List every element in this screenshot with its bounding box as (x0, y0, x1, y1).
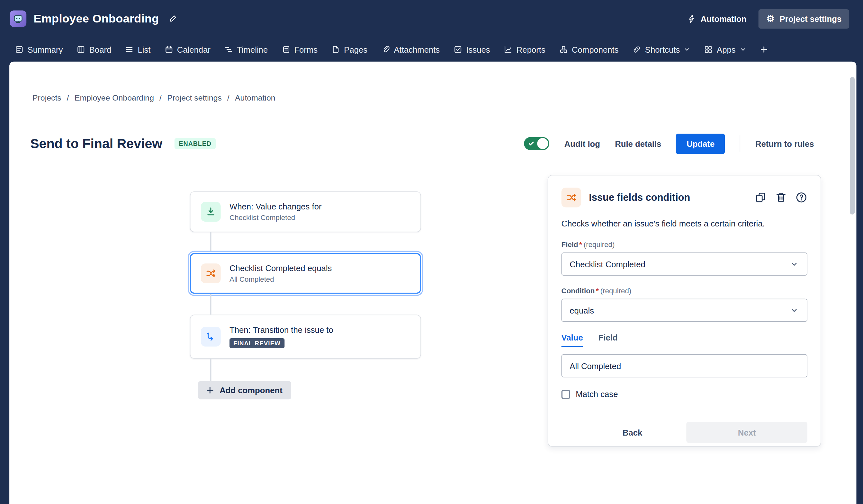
chevron-down-icon (684, 46, 690, 53)
tab-label: Reports (516, 45, 546, 54)
trigger-subtitle: Checklist Completed (229, 213, 322, 222)
field-label-text: Field (562, 241, 578, 249)
shuffle-icon (562, 188, 581, 207)
breadcrumb-separator: / (67, 93, 69, 102)
tab-forms[interactable]: Forms (277, 41, 323, 57)
apps-grid-icon (704, 45, 713, 54)
condition-config-panel: Issue fields condition Checks whether an… (548, 175, 821, 447)
tab-label: Issues (466, 45, 490, 54)
help-button[interactable] (795, 192, 808, 204)
return-to-rules-link[interactable]: Return to rules (755, 139, 814, 148)
rule-enabled-toggle[interactable] (524, 137, 550, 150)
tab-value[interactable]: Value (562, 333, 583, 347)
tab-label: Timeline (237, 45, 268, 54)
shuffle-icon (201, 263, 221, 283)
tab-shortcuts[interactable]: Shortcuts (627, 41, 695, 57)
automation-button[interactable]: Automation (684, 10, 750, 28)
panel-description: Checks whether an issue's field meets a … (562, 218, 808, 230)
delete-button[interactable] (775, 192, 787, 204)
tab-label: List (138, 45, 150, 54)
field-select[interactable]: Checklist Completed (562, 253, 808, 276)
board-icon (76, 45, 85, 54)
condition-select-value: equals (570, 306, 594, 315)
tab-list[interactable]: List (120, 41, 155, 57)
top-navigation-bar: Employee Onboarding Automation ⚙ Project… (0, 0, 863, 37)
trash-icon (775, 192, 787, 204)
next-button[interactable]: Next (686, 422, 808, 443)
back-button[interactable]: Back (623, 428, 642, 437)
trigger-card[interactable]: When: Value changes for Checklist Comple… (190, 192, 421, 232)
required-suffix: (required) (600, 287, 631, 295)
panel-footer: Back Next (562, 422, 808, 443)
breadcrumb-project-name[interactable]: Employee Onboarding (75, 93, 154, 102)
audit-log-link[interactable]: Audit log (564, 139, 600, 148)
match-case-checkbox[interactable] (562, 390, 570, 399)
rule-details-link[interactable]: Rule details (615, 139, 661, 148)
panel-tools (755, 192, 808, 204)
jira-window: Employee Onboarding Automation ⚙ Project… (0, 0, 863, 504)
chain-connector (210, 232, 211, 253)
value-input[interactable] (562, 354, 808, 377)
copy-icon (755, 192, 767, 204)
value-changes-icon (201, 202, 221, 222)
required-marker: * (596, 287, 599, 295)
tab-label: Apps (717, 45, 736, 54)
timeline-icon (224, 45, 233, 54)
update-button[interactable]: Update (676, 133, 725, 154)
tab-reports[interactable]: Reports (499, 41, 550, 57)
breadcrumb-automation[interactable]: Automation (235, 93, 275, 102)
add-component-button[interactable]: Add component (198, 381, 291, 400)
condition-select[interactable]: equals (562, 299, 808, 322)
match-case-row: Match case (562, 390, 808, 399)
tab-calendar[interactable]: Calendar (160, 41, 215, 57)
tab-pages[interactable]: Pages (327, 41, 373, 57)
duplicate-button[interactable] (755, 192, 767, 204)
add-tab-button[interactable] (755, 42, 773, 57)
tab-summary[interactable]: Summary (10, 41, 68, 57)
tab-label: Summary (28, 45, 63, 54)
tab-issues[interactable]: Issues (449, 41, 495, 57)
tab-apps[interactable]: Apps (699, 41, 751, 57)
plus-icon (759, 45, 768, 54)
check-icon (528, 140, 535, 147)
rule-header: Send to Final Review ENABLED Audit log R… (30, 131, 814, 156)
paperclip-icon (381, 45, 390, 54)
condition-label-text: Condition (562, 287, 595, 295)
project-title: Employee Onboarding (34, 12, 159, 25)
breadcrumb-project-settings[interactable]: Project settings (167, 93, 222, 102)
calendar-icon (164, 45, 173, 54)
chevron-down-icon (789, 259, 799, 269)
topbar-actions: Automation ⚙ Project settings (684, 9, 850, 28)
tab-board[interactable]: Board (72, 41, 116, 57)
summary-icon (15, 45, 24, 54)
page-title: Send to Final Review (30, 136, 162, 151)
tab-label: Forms (294, 45, 317, 54)
condition-label: Condition*(required) (562, 287, 808, 295)
rule-actions: Audit log Rule details Update Return to … (524, 133, 814, 154)
help-icon (795, 192, 808, 204)
breadcrumb-projects[interactable]: Projects (33, 93, 61, 102)
forms-icon (282, 45, 290, 54)
value-field-tabs: Value Field (562, 333, 808, 347)
vertical-scrollbar[interactable] (850, 77, 855, 215)
project-settings-button[interactable]: ⚙ Project settings (759, 9, 849, 28)
edit-icon[interactable] (168, 14, 177, 23)
tab-label: Components (572, 45, 619, 54)
project-tabs: Summary Board List Calendar Timeline For… (0, 37, 863, 61)
final-review-badge: FINAL REVIEW (229, 338, 285, 348)
action-card-text: Then: Transition the issue to FINAL REVI… (229, 325, 333, 348)
required-marker: * (579, 241, 582, 249)
project-settings-label: Project settings (780, 14, 842, 24)
panel-title: Issue fields condition (589, 192, 747, 203)
action-card[interactable]: Then: Transition the issue to FINAL REVI… (190, 314, 421, 359)
action-title: Then: Transition the issue to (229, 325, 333, 334)
add-component-label: Add component (220, 386, 282, 395)
tab-attachments[interactable]: Attachments (376, 41, 445, 57)
breadcrumb-separator: / (227, 93, 229, 102)
tab-components[interactable]: Components (554, 41, 624, 57)
components-icon (559, 45, 568, 54)
project-avatar[interactable] (10, 11, 26, 27)
tab-field[interactable]: Field (599, 333, 618, 347)
tab-timeline[interactable]: Timeline (219, 41, 273, 57)
condition-card-selected[interactable]: Checklist Completed equals All Completed (190, 253, 421, 294)
